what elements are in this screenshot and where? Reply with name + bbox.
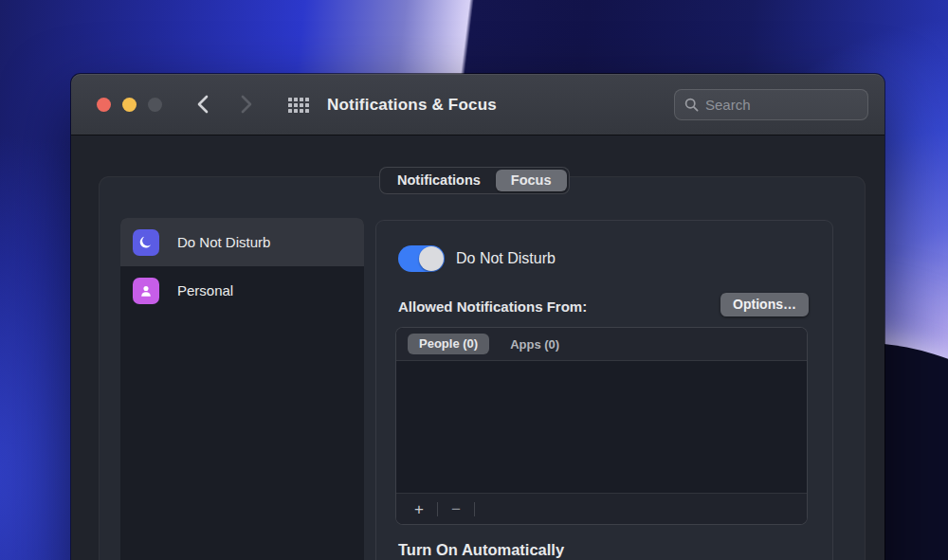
remove-button[interactable]: −: [446, 501, 466, 517]
turn-on-automatically-label: Turn On Automatically: [398, 541, 564, 559]
footer-divider: [474, 502, 475, 516]
allowed-notifications-listbox: People (0) Apps (0) + −: [396, 328, 807, 524]
footer-divider: [437, 502, 438, 516]
sidebar-item-do-not-disturb[interactable]: Do Not Disturb: [120, 218, 364, 266]
show-all-grid-icon[interactable]: [288, 98, 309, 113]
chevron-right-icon: [241, 95, 253, 114]
tab-people[interactable]: People (0): [408, 334, 489, 354]
options-button[interactable]: Options…: [720, 293, 809, 316]
title-bar[interactable]: Notifications & Focus Search: [71, 74, 884, 135]
system-preferences-window: Notifications & Focus Search Notificatio…: [71, 74, 884, 560]
traffic-lights: [97, 98, 162, 112]
do-not-disturb-detail-panel: Do Not Disturb Allowed Notifications Fro…: [376, 221, 832, 560]
toggle-knob: [419, 246, 444, 271]
focus-sidebar-list: Do Not Disturb Personal: [120, 218, 364, 560]
do-not-disturb-toggle[interactable]: [398, 245, 445, 272]
chevron-left-icon: [196, 95, 209, 114]
search-placeholder: Search: [705, 97, 751, 113]
add-button[interactable]: +: [409, 501, 429, 517]
notifications-focus-tabs: Notifications Focus: [379, 167, 570, 194]
sidebar-item-personal[interactable]: Personal: [120, 266, 364, 315]
listbox-tabs: People (0) Apps (0): [396, 328, 807, 361]
sidebar-item-label: Personal: [177, 282, 233, 298]
moon-icon: [133, 229, 159, 256]
search-icon: [684, 98, 699, 112]
tab-notifications[interactable]: Notifications: [382, 170, 496, 191]
close-button[interactable]: [97, 98, 111, 112]
listbox-empty-area[interactable]: [396, 361, 807, 493]
toggle-label: Do Not Disturb: [456, 245, 556, 272]
page-title: Notifications & Focus: [327, 74, 497, 135]
person-icon: [133, 278, 159, 304]
listbox-footer: + −: [396, 493, 807, 524]
search-input[interactable]: Search: [674, 89, 868, 120]
desktop: Notifications & Focus Search Notificatio…: [0, 0, 948, 560]
minimize-button[interactable]: [122, 98, 137, 112]
allowed-notifications-label: Allowed Notifications From:: [398, 298, 587, 315]
fullscreen-button[interactable]: [148, 98, 162, 112]
tab-focus[interactable]: Focus: [496, 170, 567, 191]
back-button[interactable]: [191, 93, 213, 116]
focus-pane: Do Not Disturb Personal Do Not D: [100, 177, 865, 560]
tab-apps[interactable]: Apps (0): [510, 337, 559, 352]
sidebar-item-label: Do Not Disturb: [177, 234, 270, 250]
forward-button[interactable]: [235, 93, 258, 116]
